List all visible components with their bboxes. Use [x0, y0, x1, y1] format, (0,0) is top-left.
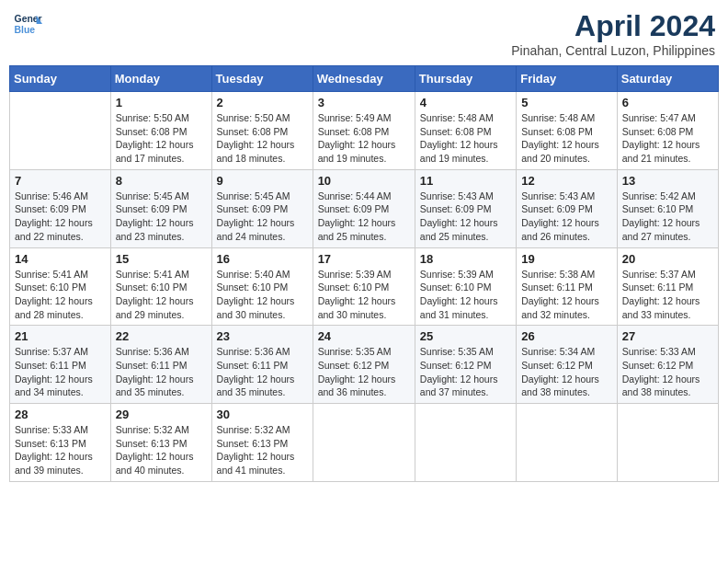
calendar-cell: 5Sunrise: 5:48 AM Sunset: 6:08 PM Daylig… — [517, 92, 618, 170]
day-info: Sunrise: 5:42 AM Sunset: 6:10 PM Dayligh… — [622, 190, 713, 244]
day-info: Sunrise: 5:36 AM Sunset: 6:11 PM Dayligh… — [217, 345, 308, 399]
calendar-cell: 3Sunrise: 5:49 AM Sunset: 6:08 PM Daylig… — [313, 92, 415, 170]
day-number: 27 — [622, 329, 713, 343]
calendar-cell: 6Sunrise: 5:47 AM Sunset: 6:08 PM Daylig… — [617, 92, 718, 170]
weekday-header-sunday: Sunday — [10, 66, 111, 92]
day-info: Sunrise: 5:38 AM Sunset: 6:11 PM Dayligh… — [521, 268, 612, 322]
day-info: Sunrise: 5:33 AM Sunset: 6:13 PM Dayligh… — [15, 423, 106, 477]
day-number: 29 — [116, 408, 207, 421]
day-number: 9 — [217, 174, 308, 188]
day-number: 21 — [15, 329, 106, 343]
calendar-cell: 23Sunrise: 5:36 AM Sunset: 6:11 PM Dayli… — [211, 326, 313, 404]
calendar-cell: 26Sunrise: 5:34 AM Sunset: 6:12 PM Dayli… — [517, 326, 618, 404]
day-info: Sunrise: 5:49 AM Sunset: 6:08 PM Dayligh… — [318, 111, 410, 166]
calendar-cell: 4Sunrise: 5:48 AM Sunset: 6:08 PM Daylig… — [415, 92, 516, 170]
calendar-cell: 24Sunrise: 5:35 AM Sunset: 6:12 PM Dayli… — [313, 326, 415, 404]
day-number: 3 — [318, 96, 410, 109]
calendar-cell: 16Sunrise: 5:40 AM Sunset: 6:10 PM Dayli… — [211, 247, 313, 326]
calendar-cell: 1Sunrise: 5:50 AM Sunset: 6:08 PM Daylig… — [110, 92, 211, 170]
day-info: Sunrise: 5:39 AM Sunset: 6:10 PM Dayligh… — [420, 268, 511, 322]
day-info: Sunrise: 5:45 AM Sunset: 6:09 PM Dayligh… — [217, 190, 308, 244]
day-number: 26 — [521, 329, 612, 343]
calendar-cell: 13Sunrise: 5:42 AM Sunset: 6:10 PM Dayli… — [617, 169, 718, 247]
day-info: Sunrise: 5:50 AM Sunset: 6:08 PM Dayligh… — [217, 111, 308, 166]
logo-icon: General Blue — [13, 9, 42, 39]
day-number: 10 — [318, 174, 410, 188]
calendar-cell: 20Sunrise: 5:37 AM Sunset: 6:11 PM Dayli… — [617, 247, 718, 326]
day-info: Sunrise: 5:48 AM Sunset: 6:08 PM Dayligh… — [420, 111, 511, 166]
calendar-cell: 25Sunrise: 5:35 AM Sunset: 6:12 PM Dayli… — [415, 326, 516, 404]
calendar-cell: 29Sunrise: 5:32 AM Sunset: 6:13 PM Dayli… — [110, 404, 211, 482]
day-info: Sunrise: 5:37 AM Sunset: 6:11 PM Dayligh… — [15, 345, 106, 399]
day-number: 23 — [217, 329, 308, 343]
location-subtitle: Pinahan, Central Luzon, Philippines — [511, 43, 715, 58]
calendar-cell: 18Sunrise: 5:39 AM Sunset: 6:10 PM Dayli… — [415, 247, 516, 326]
day-number: 16 — [217, 252, 308, 266]
day-info: Sunrise: 5:35 AM Sunset: 6:12 PM Dayligh… — [420, 345, 511, 399]
calendar-week-5: 28Sunrise: 5:33 AM Sunset: 6:13 PM Dayli… — [10, 404, 719, 482]
day-info: Sunrise: 5:37 AM Sunset: 6:11 PM Dayligh… — [622, 268, 713, 322]
calendar-cell: 15Sunrise: 5:41 AM Sunset: 6:10 PM Dayli… — [110, 247, 211, 326]
calendar-cell — [415, 404, 516, 482]
day-number: 2 — [217, 96, 308, 109]
calendar-cell: 12Sunrise: 5:43 AM Sunset: 6:09 PM Dayli… — [517, 169, 618, 247]
weekday-header-tuesday: Tuesday — [211, 66, 313, 92]
day-info: Sunrise: 5:44 AM Sunset: 6:09 PM Dayligh… — [318, 190, 410, 244]
day-number: 11 — [420, 174, 511, 188]
day-info: Sunrise: 5:43 AM Sunset: 6:09 PM Dayligh… — [521, 190, 612, 244]
calendar-cell: 30Sunrise: 5:32 AM Sunset: 6:13 PM Dayli… — [211, 404, 313, 482]
day-info: Sunrise: 5:41 AM Sunset: 6:10 PM Dayligh… — [15, 268, 106, 322]
day-info: Sunrise: 5:47 AM Sunset: 6:08 PM Dayligh… — [622, 111, 713, 166]
calendar-week-4: 21Sunrise: 5:37 AM Sunset: 6:11 PM Dayli… — [10, 326, 719, 404]
calendar-cell: 28Sunrise: 5:33 AM Sunset: 6:13 PM Dayli… — [10, 404, 111, 482]
calendar-cell: 8Sunrise: 5:45 AM Sunset: 6:09 PM Daylig… — [110, 169, 211, 247]
calendar-cell: 14Sunrise: 5:41 AM Sunset: 6:10 PM Dayli… — [10, 247, 111, 326]
day-info: Sunrise: 5:33 AM Sunset: 6:12 PM Dayligh… — [622, 345, 713, 399]
calendar-header: SundayMondayTuesdayWednesdayThursdayFrid… — [10, 66, 719, 92]
day-info: Sunrise: 5:34 AM Sunset: 6:12 PM Dayligh… — [521, 345, 612, 399]
calendar-cell: 11Sunrise: 5:43 AM Sunset: 6:09 PM Dayli… — [415, 169, 516, 247]
calendar-cell — [617, 404, 718, 482]
day-number: 30 — [217, 408, 308, 421]
calendar-cell: 27Sunrise: 5:33 AM Sunset: 6:12 PM Dayli… — [617, 326, 718, 404]
day-info: Sunrise: 5:35 AM Sunset: 6:12 PM Dayligh… — [318, 345, 410, 399]
day-number: 17 — [318, 252, 410, 266]
calendar-cell — [313, 404, 415, 482]
calendar-cell: 21Sunrise: 5:37 AM Sunset: 6:11 PM Dayli… — [10, 326, 111, 404]
day-number: 24 — [318, 329, 410, 343]
weekday-header-monday: Monday — [110, 66, 211, 92]
day-number: 19 — [521, 252, 612, 266]
calendar-cell: 7Sunrise: 5:46 AM Sunset: 6:09 PM Daylig… — [10, 169, 111, 247]
calendar-week-3: 14Sunrise: 5:41 AM Sunset: 6:10 PM Dayli… — [10, 247, 719, 326]
day-number: 15 — [116, 252, 207, 266]
day-number: 1 — [116, 96, 207, 109]
day-number: 5 — [521, 96, 612, 109]
calendar-cell: 17Sunrise: 5:39 AM Sunset: 6:10 PM Dayli… — [313, 247, 415, 326]
day-number: 12 — [521, 174, 612, 188]
day-info: Sunrise: 5:40 AM Sunset: 6:10 PM Dayligh… — [217, 268, 308, 322]
calendar-body: 1Sunrise: 5:50 AM Sunset: 6:08 PM Daylig… — [10, 92, 719, 482]
day-info: Sunrise: 5:46 AM Sunset: 6:09 PM Dayligh… — [15, 190, 106, 244]
calendar-cell: 22Sunrise: 5:36 AM Sunset: 6:11 PM Dayli… — [110, 326, 211, 404]
day-info: Sunrise: 5:39 AM Sunset: 6:10 PM Dayligh… — [318, 268, 410, 322]
day-info: Sunrise: 5:43 AM Sunset: 6:09 PM Dayligh… — [420, 190, 511, 244]
day-info: Sunrise: 5:41 AM Sunset: 6:10 PM Dayligh… — [116, 268, 207, 322]
weekday-row: SundayMondayTuesdayWednesdayThursdayFrid… — [10, 66, 719, 92]
title-area: April 2024 Pinahan, Central Luzon, Phili… — [511, 9, 715, 58]
calendar-cell — [10, 92, 111, 170]
calendar-week-1: 1Sunrise: 5:50 AM Sunset: 6:08 PM Daylig… — [10, 92, 719, 170]
day-info: Sunrise: 5:32 AM Sunset: 6:13 PM Dayligh… — [217, 423, 308, 477]
page-header: General Blue April 2024 Pinahan, Central… — [9, 9, 719, 58]
day-number: 4 — [420, 96, 511, 109]
weekday-header-friday: Friday — [517, 66, 618, 92]
day-number: 6 — [622, 96, 713, 109]
calendar-cell: 10Sunrise: 5:44 AM Sunset: 6:09 PM Dayli… — [313, 169, 415, 247]
day-info: Sunrise: 5:48 AM Sunset: 6:08 PM Dayligh… — [521, 111, 612, 166]
day-number: 20 — [622, 252, 713, 266]
calendar-week-2: 7Sunrise: 5:46 AM Sunset: 6:09 PM Daylig… — [10, 169, 719, 247]
calendar-cell: 9Sunrise: 5:45 AM Sunset: 6:09 PM Daylig… — [211, 169, 313, 247]
day-number: 14 — [15, 252, 106, 266]
day-number: 7 — [15, 174, 106, 188]
svg-text:Blue: Blue — [15, 25, 36, 35]
day-number: 8 — [116, 174, 207, 188]
